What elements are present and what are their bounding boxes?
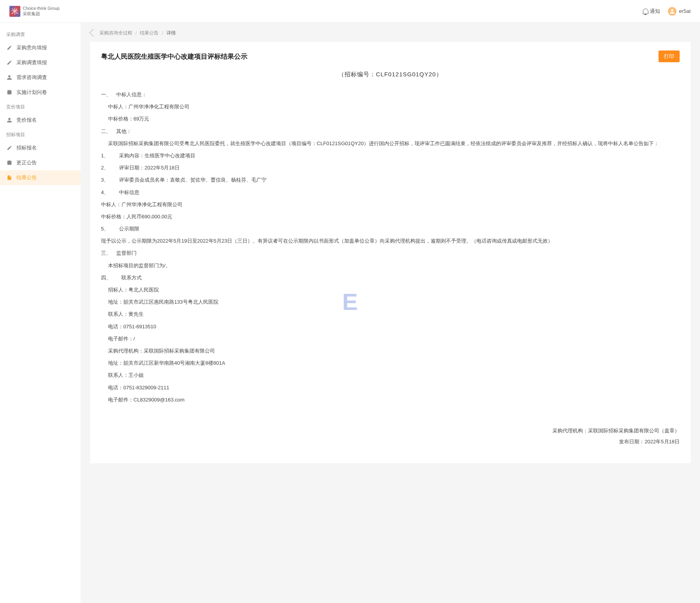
sidebar-item-label: 采购意向填报 (16, 44, 47, 51)
username: er5at (679, 8, 691, 14)
bid-code: （招标编号：CLF0121SG01QY20） (101, 71, 680, 78)
sidebar-item-2-0[interactable]: 招标报名 (0, 140, 81, 155)
item-1: 1、 采购内容：生殖医学中心改建项目 (101, 149, 680, 162)
pen-icon (6, 59, 13, 66)
clipboard-icon (6, 89, 13, 95)
user-icon (6, 74, 13, 81)
s4-email2: 电子邮件：CL8329009@163.com (101, 394, 680, 406)
sidebar-item-label: 更正公告 (16, 159, 37, 166)
section-3-body: 本招标项目的监督部门为/。 (101, 259, 680, 272)
logo-icon (9, 6, 20, 17)
sidebar-item-label: 招标报名 (16, 144, 37, 151)
app-header: Choice·think Group 采联集团 通知 er5at (0, 0, 700, 23)
item-4-winner: 中标人：广州华净净化工程有限公司 (101, 198, 680, 211)
clipboard-icon (6, 160, 13, 166)
logo[interactable]: Choice·think Group 采联集团 (9, 6, 60, 17)
item-2: 2、 评审日期：2022年5月18日 (101, 162, 680, 174)
s4-address1: 地址：韶关市武江区惠民南路133号粤北人民医院 (101, 296, 680, 308)
footer-date: 发布日期：2022年5月18日 (101, 436, 680, 448)
sidebar-item-0-0[interactable]: 采购意向填报 (0, 40, 81, 55)
s4-contact2: 联系人：王小姐 (101, 369, 680, 381)
item-4: 4、 中标信息 (101, 186, 680, 198)
breadcrumb-icon (90, 29, 97, 36)
breadcrumb-item-2: 详情 (166, 30, 176, 36)
logo-text: Choice·think Group 采联集团 (23, 6, 60, 16)
sidebar-item-label: 实施计划问卷 (16, 89, 47, 96)
breadcrumb: 采购咨询全过程 / 结果公告 / 详情 (90, 30, 691, 36)
section-1-title: 一、 中标人信息： (101, 88, 680, 101)
sidebar-group-title: 招标项目 (0, 128, 81, 140)
sidebar-item-label: 采购调查填报 (16, 59, 47, 66)
s4-email1: 电子邮件：/ (101, 333, 680, 345)
print-button[interactable]: 打印 (659, 50, 680, 62)
sidebar: 采购调查采购意向填报采购调查填报需求咨询调查实施计划问卷竞价项目竞价报名招标项目… (0, 23, 81, 603)
section-2-title: 二、 其他： (101, 125, 680, 137)
winner-price: 中标价格：69万元 (101, 113, 680, 125)
s4-phone2: 电话：0751-8329009-2111 (101, 382, 680, 394)
user-menu[interactable]: er5at (668, 7, 691, 16)
pen-icon (6, 145, 13, 151)
footer-agency: 采购代理机构：采联国际招标采购集团有限公司（盖章） (101, 425, 680, 437)
s4-tenderer: 招标人：粤北人民医院 (101, 284, 680, 296)
s4-contact1: 联系人：黄先生 (101, 308, 680, 320)
file-icon (6, 175, 13, 181)
item-5-body: 现予以公示，公示期限为2022年5月19日至2022年5月23日（三日）。有异议… (101, 235, 680, 247)
section-4-title: 四、 联系方式 (101, 272, 680, 284)
header-right: 通知 er5at (643, 7, 691, 16)
announcement-body: 一、 中标人信息： 中标人：广州华净净化工程有限公司 中标价格：69万元 二、 … (101, 88, 680, 448)
s4-agency: 采购代理机构：采联国际招标采购集团有限公司 (101, 345, 680, 357)
user-icon (6, 117, 13, 123)
sidebar-item-0-1[interactable]: 采购调查填报 (0, 55, 81, 70)
sidebar-item-label: 竞价报名 (16, 117, 37, 124)
sidebar-item-0-3[interactable]: 实施计划问卷 (0, 85, 81, 100)
sidebar-item-label: 需求咨询调查 (16, 74, 47, 81)
notification-button[interactable]: 通知 (643, 8, 660, 15)
section-3-title: 三、 监督部门 (101, 247, 680, 259)
breadcrumb-item-0[interactable]: 采购咨询全过程 (99, 30, 132, 36)
section-2-intro: 采联国际招标采购集团有限公司受粤北人民医院委托，就生殖医学中心改建项目（项目编号… (101, 137, 680, 149)
item-5: 5、 公示期限 (101, 223, 680, 235)
content-card: 粤北人民医院生殖医学中心改建项目评标结果公示 打印 （招标编号：CLF0121S… (90, 42, 691, 463)
winner-name: 中标人：广州华净净化工程有限公司 (101, 101, 680, 113)
sidebar-group-title: 采购调查 (0, 27, 81, 40)
breadcrumb-item-1[interactable]: 结果公告 (140, 30, 159, 36)
pen-icon (6, 45, 13, 51)
sidebar-item-0-2[interactable]: 需求咨询调查 (0, 70, 81, 85)
avatar (668, 7, 677, 16)
sidebar-item-1-0[interactable]: 竞价报名 (0, 113, 81, 128)
sidebar-item-label: 结果公告 (16, 174, 37, 181)
item-3: 3、 评审委员会成员名单：袁敬贞、贺佐华、曹信良、杨桂芬、毛广宁 (101, 174, 680, 186)
sidebar-group-title: 竞价项目 (0, 100, 81, 113)
notif-label: 通知 (650, 8, 660, 15)
bell-icon (643, 9, 648, 14)
page-title: 粤北人民医院生殖医学中心改建项目评标结果公示 (101, 52, 247, 61)
sidebar-item-2-2[interactable]: 结果公告 (0, 170, 81, 185)
sidebar-item-2-1[interactable]: 更正公告 (0, 155, 81, 170)
main-content: 采购咨询全过程 / 结果公告 / 详情 粤北人民医院生殖医学中心改建项目评标结果… (81, 23, 700, 603)
item-4-price: 中标价格：人民币690,000.00元 (101, 211, 680, 223)
s4-address2: 地址：韶关市武江区新华南路40号湘南大厦8楼801A (101, 357, 680, 369)
s4-phone1: 电话：0751-6913510 (101, 320, 680, 333)
